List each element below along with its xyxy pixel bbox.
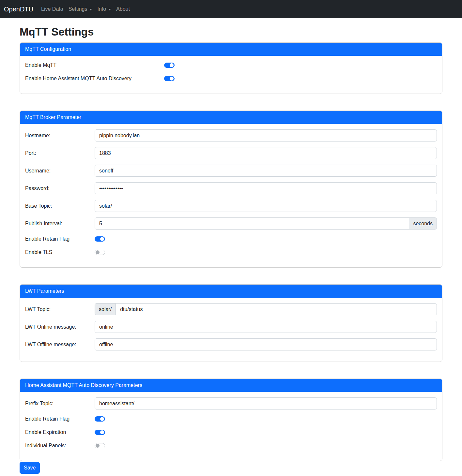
publish-interval-input[interactable]: [95, 217, 409, 230]
lwt-topic-input[interactable]: [116, 303, 437, 315]
toggle-knob: [100, 430, 104, 434]
lwt-offline-label: LWT Offline message:: [25, 341, 95, 349]
lwt-offline-input[interactable]: [95, 338, 437, 350]
port-input[interactable]: [95, 147, 437, 159]
hostname-label: Hostname:: [25, 132, 95, 140]
nav-item-settings-label: Settings: [69, 6, 87, 12]
card-body-lwt-parameters: LWT Topic: solar/ LWT Online message: LW…: [20, 298, 442, 362]
card-lwt-parameters: LWT Parameters LWT Topic: solar/ LWT Onl…: [20, 284, 442, 362]
enable-hass-discovery-label: Enable Home Assistant MQTT Auto Discover…: [25, 75, 164, 82]
toggle-knob: [96, 444, 100, 448]
nav-item-live-data[interactable]: Live Data: [38, 4, 66, 15]
card-header-lwt-parameters: LWT Parameters: [20, 285, 442, 298]
base-topic-label: Base Topic:: [25, 202, 95, 210]
page-title: MqTT Settings: [20, 25, 442, 38]
card-header-mqtt-broker-parameter: MqTT Broker Parameter: [20, 111, 442, 124]
enable-tls-label: Enable TLS: [25, 248, 95, 256]
nav-item-info[interactable]: Info: [95, 4, 114, 15]
username-label: Username:: [25, 167, 95, 175]
field-row-lwt-offline: LWT Offline message:: [25, 338, 437, 350]
broker-retain-flag-label: Enable Retain Flag: [25, 235, 95, 243]
nav-item-about[interactable]: About: [114, 4, 132, 15]
card-mqtt-broker-parameter: MqTT Broker Parameter Hostname: Port: Us…: [20, 111, 442, 268]
toggle-knob: [170, 77, 174, 81]
card-mqtt-configuration: MqTT Configuration Enable MqTT Enable Ho…: [20, 42, 442, 94]
field-row-lwt-topic: LWT Topic: solar/: [25, 303, 437, 315]
toggle-row-enable-mqtt: Enable MqTT: [25, 61, 437, 69]
field-row-port: Port:: [25, 147, 437, 159]
card-hass-discovery-parameters: Home Assistant MQTT Auto Discovery Param…: [20, 379, 442, 461]
base-topic-input[interactable]: [95, 200, 437, 212]
hostname-input[interactable]: [95, 129, 437, 141]
username-input[interactable]: [95, 165, 437, 177]
lwt-topic-label: LWT Topic:: [25, 305, 95, 313]
toggle-row-enable-expiration: Enable Expiration: [25, 428, 437, 436]
nav-item-info-label: Info: [97, 6, 106, 12]
toggle-row-enable-tls: Enable TLS: [25, 248, 437, 256]
field-row-password: Password:: [25, 182, 437, 194]
toggle-knob: [96, 250, 100, 254]
publish-interval-label: Publish Interval:: [25, 220, 95, 228]
main-content: MqTT Settings MqTT Configuration Enable …: [16, 25, 446, 474]
toggle-knob: [100, 417, 104, 421]
field-row-lwt-online: LWT Online message:: [25, 321, 437, 333]
chevron-down-icon: [108, 9, 111, 10]
lwt-online-input[interactable]: [95, 321, 437, 333]
enable-expiration-label: Enable Expiration: [25, 428, 95, 436]
enable-expiration-toggle[interactable]: [95, 430, 105, 435]
toggle-row-enable-hass-discovery: Enable Home Assistant MQTT Auto Discover…: [25, 75, 437, 82]
field-row-username: Username:: [25, 165, 437, 177]
navbar: OpenDTU Live Data Settings Info About: [0, 0, 462, 18]
enable-mqtt-toggle[interactable]: [164, 63, 175, 68]
brand-opendtu[interactable]: OpenDTU: [4, 6, 33, 13]
password-input[interactable]: [95, 182, 437, 194]
hass-retain-flag-label: Enable Retain Flag: [25, 415, 95, 423]
publish-interval-group: seconds: [95, 217, 437, 230]
prefix-topic-input[interactable]: [95, 397, 437, 409]
toggle-knob: [170, 63, 174, 67]
lwt-topic-group: solar/: [95, 303, 437, 315]
card-body-mqtt-configuration: Enable MqTT Enable Home Assistant MQTT A…: [20, 56, 442, 94]
password-label: Password:: [25, 185, 95, 192]
lwt-online-label: LWT Online message:: [25, 323, 95, 331]
card-header-hass-discovery-parameters: Home Assistant MQTT Auto Discovery Param…: [20, 379, 442, 392]
individual-panels-toggle[interactable]: [95, 443, 105, 448]
toggle-row-broker-retain-flag: Enable Retain Flag: [25, 235, 437, 243]
card-body-mqtt-broker-parameter: Hostname: Port: Username: Password: Base…: [20, 124, 442, 267]
nav-item-settings[interactable]: Settings: [66, 4, 95, 15]
port-label: Port:: [25, 149, 95, 157]
card-header-mqtt-configuration: MqTT Configuration: [20, 43, 442, 56]
field-row-hostname: Hostname:: [25, 129, 437, 141]
toggle-row-individual-panels: Individual Panels:: [25, 442, 437, 450]
field-row-publish-interval: Publish Interval: seconds: [25, 217, 437, 230]
hass-retain-flag-toggle[interactable]: [95, 416, 105, 422]
card-body-hass-discovery-parameters: Prefix Topic: Enable Retain Flag Enable …: [20, 392, 442, 461]
enable-mqtt-label: Enable MqTT: [25, 61, 164, 69]
publish-interval-unit: seconds: [409, 217, 437, 230]
save-button[interactable]: Save: [20, 462, 40, 474]
field-row-base-topic: Base Topic:: [25, 200, 437, 212]
chevron-down-icon: [89, 9, 92, 10]
enable-hass-discovery-toggle[interactable]: [164, 76, 175, 81]
toggle-row-hass-retain-flag: Enable Retain Flag: [25, 415, 437, 423]
field-row-prefix-topic: Prefix Topic:: [25, 397, 437, 409]
enable-tls-toggle[interactable]: [95, 250, 105, 255]
prefix-topic-label: Prefix Topic:: [25, 400, 95, 408]
individual-panels-label: Individual Panels:: [25, 442, 95, 450]
broker-retain-flag-toggle[interactable]: [95, 236, 105, 242]
lwt-topic-prefix: solar/: [95, 303, 116, 315]
toggle-knob: [100, 237, 104, 241]
